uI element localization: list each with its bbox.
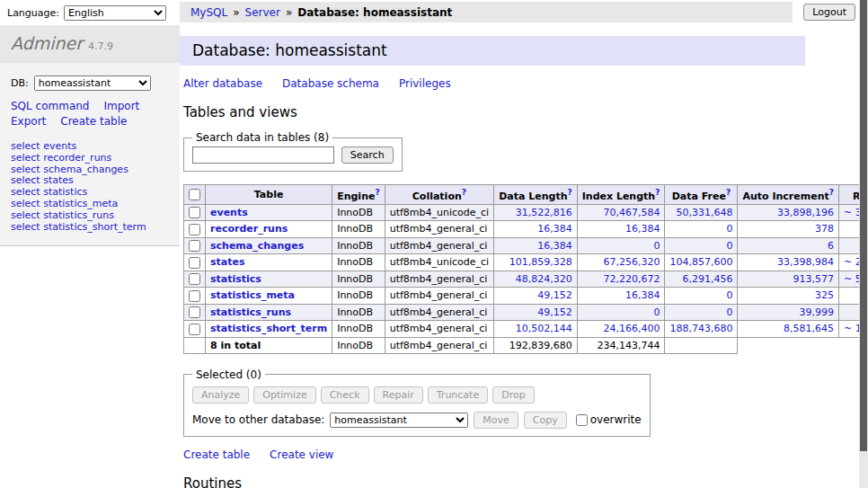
table-name-link[interactable]: states xyxy=(210,256,245,268)
row-checkbox[interactable] xyxy=(189,224,200,235)
column-help-link[interactable]: ? xyxy=(375,188,379,197)
row-checkbox[interactable] xyxy=(189,324,200,335)
analyze-button[interactable]: Analyze xyxy=(192,386,249,404)
data-length-link[interactable]: 49,152 xyxy=(537,289,572,301)
index-length-link[interactable]: 72,220,672 xyxy=(603,273,660,285)
collation-cell: utf8mb4_general_ci xyxy=(385,288,493,305)
data-length-link[interactable]: 49,152 xyxy=(537,306,572,318)
table-row: statistics_runsInnoDButf8mb4_general_ci4… xyxy=(184,304,868,321)
row-checkbox[interactable] xyxy=(189,273,200,285)
data-free-link[interactable]: 104,857,600 xyxy=(669,256,732,268)
table-row: statisticsInnoDButf8mb4_general_ci48,824… xyxy=(184,271,868,288)
engine-cell: InnoDB xyxy=(332,254,385,271)
create-table-link[interactable]: Create table xyxy=(183,448,250,461)
table-name-link[interactable]: events xyxy=(210,207,248,218)
index-length-link[interactable]: 16,384 xyxy=(625,289,660,301)
table-row: statistics_metaInnoDButf8mb4_general_ci4… xyxy=(184,288,868,305)
db-action-links: Alter databaseDatabase schemaPrivileges xyxy=(183,77,805,90)
auto-increment-link[interactable]: 378 xyxy=(815,223,834,235)
language-select[interactable]: English xyxy=(64,5,166,21)
table-name-link[interactable]: statistics_meta xyxy=(210,289,295,301)
data-length-link[interactable]: 31,522,816 xyxy=(516,207,572,218)
table-name-link[interactable]: schema_changes xyxy=(210,240,304,252)
optimize-button[interactable]: Optimize xyxy=(253,386,315,404)
move-db-select[interactable]: homeassistant xyxy=(330,413,468,428)
data-free-link[interactable]: 0 xyxy=(726,306,732,318)
database-schema-link[interactable]: Database schema xyxy=(282,77,379,90)
data-free-link[interactable]: 0 xyxy=(726,289,732,301)
index-length-link[interactable]: 24,166,400 xyxy=(603,323,660,334)
db-select[interactable]: homeassistant xyxy=(34,75,151,91)
select-all-checkbox[interactable] xyxy=(189,189,200,200)
auto-increment-link[interactable]: 325 xyxy=(815,289,834,301)
auto-increment-link[interactable]: 33,398,984 xyxy=(777,256,834,268)
column-help-link[interactable]: ? xyxy=(462,188,466,197)
table-name-link[interactable]: recorder_runs xyxy=(210,223,288,235)
index-length-link[interactable]: 67,256,320 xyxy=(603,256,660,268)
auto-increment-link[interactable]: 33,898,196 xyxy=(777,207,834,218)
sidebar-table-link[interactable]: select recorder_runs xyxy=(11,153,169,164)
search-button[interactable]: Search xyxy=(341,146,394,164)
table-name-link[interactable]: statistics_short_term xyxy=(210,323,327,334)
data-free-link[interactable]: 0 xyxy=(726,223,732,235)
scrollbar-thumb[interactable] xyxy=(860,0,867,451)
data-length-link[interactable]: 16,384 xyxy=(537,223,572,235)
row-checkbox[interactable] xyxy=(189,240,200,252)
index-length-link[interactable]: 16,384 xyxy=(625,223,660,235)
index-length-link[interactable]: 0 xyxy=(653,306,660,318)
index-length-link[interactable]: 70,467,584 xyxy=(603,207,660,218)
index-length-link[interactable]: 0 xyxy=(653,240,660,252)
data-length-link[interactable]: 10,502,144 xyxy=(516,323,572,334)
breadcrumb-item[interactable]: Server xyxy=(245,6,280,19)
column-help-link[interactable]: ? xyxy=(829,188,834,197)
row-checkbox[interactable] xyxy=(189,290,200,302)
alter-database-link[interactable]: Alter database xyxy=(183,77,262,90)
export-link[interactable]: Export xyxy=(11,115,46,128)
data-free-link[interactable]: 50,331,648 xyxy=(676,207,732,218)
data-free-link[interactable]: 0 xyxy=(726,240,732,252)
auto-increment-link[interactable]: 39,999 xyxy=(799,306,834,318)
data-length-link[interactable]: 48,824,320 xyxy=(516,273,572,285)
sql-command-link[interactable]: SQL command xyxy=(11,100,89,112)
scrollbar[interactable] xyxy=(859,0,868,488)
overwrite-checkbox[interactable] xyxy=(576,414,588,426)
repair-button[interactable]: Repair xyxy=(374,386,423,404)
create-table-link[interactable]: Create table xyxy=(60,115,127,128)
create-view-link[interactable]: Create view xyxy=(270,448,333,461)
data-length-link[interactable]: 101,859,328 xyxy=(509,256,572,268)
sidebar-table-link[interactable]: select statistics_meta xyxy=(11,199,169,210)
drop-button[interactable]: Drop xyxy=(492,386,534,404)
data-free-link[interactable]: 188,743,680 xyxy=(669,323,732,334)
copy-button[interactable]: Copy xyxy=(524,412,567,429)
truncate-button[interactable]: Truncate xyxy=(428,386,488,404)
table-name-link[interactable]: statistics xyxy=(210,273,261,285)
data-length-link[interactable]: 16,384 xyxy=(537,240,572,252)
column-help-link[interactable]: ? xyxy=(726,188,731,197)
adminer-logo[interactable]: Adminer xyxy=(11,33,83,53)
auto-increment-link[interactable]: 913,577 xyxy=(793,273,834,285)
table-name-link[interactable]: statistics_runs xyxy=(210,306,291,318)
privileges-link[interactable]: Privileges xyxy=(399,77,451,90)
data-free-link[interactable]: 6,291,456 xyxy=(682,273,732,285)
auto-increment-link[interactable]: 6 xyxy=(828,240,834,252)
row-checkbox[interactable] xyxy=(189,257,200,269)
sidebar-table-link[interactable]: select statistics_runs xyxy=(11,210,169,222)
search-input[interactable] xyxy=(192,146,334,164)
logout-button[interactable]: Logout xyxy=(803,4,855,21)
column-help-link[interactable]: ? xyxy=(655,188,660,197)
move-button[interactable]: Move xyxy=(474,412,518,429)
import-link[interactable]: Import xyxy=(103,100,139,112)
auto-increment-link[interactable]: 8,581,645 xyxy=(784,323,834,334)
collation-cell: utf8mb4_unicode_ci xyxy=(385,254,493,271)
collation-cell: utf8mb4_general_ci xyxy=(385,304,493,321)
sidebar-table-link[interactable]: select statistics_short_term xyxy=(11,222,169,234)
row-checkbox[interactable] xyxy=(189,207,200,218)
column-header-auto-increment: Auto Increment? xyxy=(738,185,839,205)
column-help-link[interactable]: ? xyxy=(567,188,571,197)
move-label: Move to other database: xyxy=(192,413,324,426)
breadcrumb-item[interactable]: MySQL xyxy=(190,6,227,19)
check-button[interactable]: Check xyxy=(321,386,369,404)
row-checkbox[interactable] xyxy=(189,306,200,318)
sidebar-table-link[interactable]: select events xyxy=(11,141,169,153)
column-header-table: Table xyxy=(206,185,332,205)
